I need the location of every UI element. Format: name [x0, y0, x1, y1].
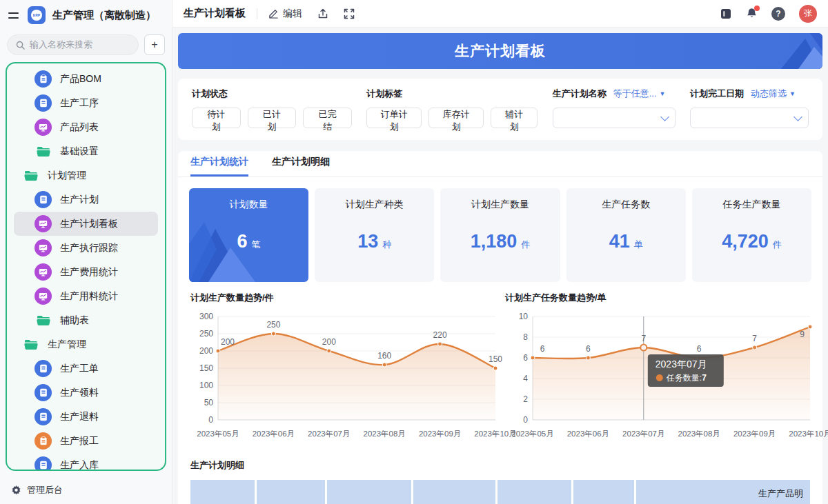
sidebar-item-10[interactable]: 辅助表 [14, 308, 158, 332]
sidebar-item-2[interactable]: 产品列表 [14, 115, 158, 139]
banner-decoration [733, 33, 822, 69]
charts-row: 计划生产数量趋势/件 05010015020025030020025020016… [178, 292, 822, 443]
app-logo: ERP [28, 6, 46, 24]
svg-text:7: 7 [752, 334, 757, 343]
stat-card[interactable]: 计划数量6笔 [189, 188, 308, 282]
filter-finish-date: 计划完工日期 动态筛选▼ [690, 88, 809, 131]
filter-option-button[interactable]: 待计划 [192, 108, 241, 128]
document-icon [34, 384, 52, 401]
svg-text:10: 10 [519, 312, 529, 321]
sidebar-item-label: 生产报工 [60, 435, 99, 447]
stat-card[interactable]: 计划生产数量1,180件 [440, 188, 560, 282]
sidebar-item-13[interactable]: 生产领料 [14, 381, 158, 405]
journal-button[interactable] [720, 8, 732, 19]
svg-text:150: 150 [489, 354, 502, 364]
filter-option-button[interactable]: 已计划 [248, 108, 297, 128]
sidebar-item-12[interactable]: 生产工单 [14, 356, 158, 381]
chevron-down-icon [793, 112, 802, 121]
chevron-down-icon [660, 112, 669, 121]
sidebar-item-admin[interactable]: 管理后台 [0, 476, 172, 504]
main-area: 生产计划看板 编辑 ? 张 [172, 0, 828, 504]
add-button[interactable]: + [144, 34, 165, 55]
stat-card[interactable]: 计划生产种类13种 [315, 188, 434, 282]
stat-value: 13种 [357, 211, 391, 282]
sidebar-item-14[interactable]: 生产退料 [14, 405, 158, 429]
fullscreen-button[interactable] [344, 8, 355, 19]
admin-label: 管理后台 [27, 484, 63, 496]
plan-name-select[interactable] [553, 108, 676, 128]
condition-selector[interactable]: 等于任意...▼ [613, 88, 666, 100]
gear-icon [11, 485, 21, 496]
notifications-button[interactable] [746, 8, 758, 19]
svg-text:200: 200 [221, 337, 235, 347]
dashboard-icon [34, 288, 52, 305]
sidebar-item-6[interactable]: 生产计划看板 [14, 212, 158, 236]
divider [257, 8, 257, 19]
svg-text:2023年05月: 2023年05月 [511, 430, 553, 438]
sidebar-item-label: 生产工单 [60, 363, 99, 375]
svg-text:4: 4 [523, 374, 528, 383]
stat-card[interactable]: 任务生产数量4,720件 [692, 188, 811, 282]
document-icon [34, 456, 52, 471]
sidebar-item-label: 基础设置 [60, 145, 99, 158]
svg-text:200: 200 [199, 346, 213, 356]
avatar[interactable]: 张 [799, 5, 817, 23]
document-icon [34, 191, 52, 208]
finish-date-select[interactable] [690, 108, 809, 128]
sidebar-item-7[interactable]: 生产执行跟踪 [14, 236, 158, 260]
line-chart-plan-qty[interactable]: 0501001502002503002002502001602201502023… [190, 308, 505, 443]
dashboard-icon [34, 215, 52, 232]
filter-label: 生产计划名称 [553, 88, 607, 100]
detail-table-title: 生产计划明细 [190, 459, 810, 472]
table-header-cell [413, 480, 495, 504]
tab-plan-statistics[interactable]: 生产计划统计 [190, 156, 248, 177]
app-title: 生产管理（离散制造） [52, 9, 156, 22]
sidebar-item-label: 产品列表 [60, 121, 99, 134]
sidebar-item-11[interactable]: 生产管理 [14, 332, 158, 356]
sidebar-item-9[interactable]: 生产用料统计 [14, 284, 158, 308]
edit-button[interactable]: 编辑 [268, 8, 302, 20]
data-point [271, 332, 275, 336]
filter-option-button[interactable]: 库存计划 [428, 108, 484, 128]
dashboard-icon [34, 263, 52, 281]
stat-card[interactable]: 生产任务数41单 [566, 188, 686, 282]
sidebar-item-4[interactable]: 计划管理 [14, 163, 158, 188]
filter-label: 计划状态 [192, 88, 228, 100]
line-chart-task-qty[interactable]: 02468106676792023年05月2023年06月2023年07月202… [505, 308, 820, 443]
svg-text:220: 220 [433, 330, 447, 340]
help-button[interactable]: ? [771, 7, 785, 21]
filter-panel: 计划状态 待计划已计划已完结 计划标签 订单计划库存计划辅计划 生产计划名称 等… [178, 79, 822, 140]
pencil-icon [268, 8, 279, 19]
svg-text:2023年07月: 2023年07月 [622, 430, 664, 438]
dashboard-banner: 生产计划看板 [178, 33, 822, 69]
data-point [531, 356, 535, 360]
data-point [753, 345, 757, 350]
sidebar-item-15[interactable]: 生产报工 [14, 429, 158, 453]
sidebar-item-16[interactable]: 生产入库 [14, 453, 158, 471]
table-header-cell: 生产产品明 [636, 480, 810, 504]
sidebar-item-1[interactable]: 生产工序 [14, 91, 158, 115]
condition-selector[interactable]: 动态筛选▼ [751, 88, 796, 100]
sidebar-menu-panel: 产品BOM生产工序产品列表基础设置计划管理生产计划生产计划看板生产执行跟踪生产费… [6, 62, 166, 471]
sidebar: ERP 生产管理（离散制造） 输入名称来搜索 + 产品BOM生产工序产品列表基础… [0, 0, 172, 504]
table-header-cell [327, 480, 411, 504]
tab-plan-detail[interactable]: 生产计划明细 [272, 156, 330, 177]
sidebar-item-3[interactable]: 基础设置 [14, 139, 158, 163]
table-header-cell [573, 480, 634, 504]
share-button[interactable] [317, 8, 328, 19]
sidebar-item-8[interactable]: 生产费用统计 [14, 260, 158, 284]
sidebar-item-0[interactable]: 产品BOM [14, 67, 158, 91]
table-header-cell [257, 480, 325, 504]
filter-option-button[interactable]: 辅计划 [491, 108, 538, 128]
question-icon: ? [771, 7, 785, 21]
svg-text:0: 0 [523, 415, 528, 425]
sidebar-search-row: 输入名称来搜索 + [0, 30, 172, 61]
filter-option-button[interactable]: 订单计划 [366, 108, 422, 128]
chart-title: 计划生产任务数量趋势/单 [505, 292, 820, 304]
stat-value: 1,180件 [471, 211, 531, 282]
filter-option-button[interactable]: 已完结 [303, 108, 352, 128]
stat-value: 4,720件 [722, 211, 782, 282]
search-input[interactable]: 输入名称来搜索 [7, 34, 139, 55]
menu-collapse-icon[interactable] [8, 9, 21, 21]
sidebar-item-5[interactable]: 生产计划 [14, 188, 158, 212]
